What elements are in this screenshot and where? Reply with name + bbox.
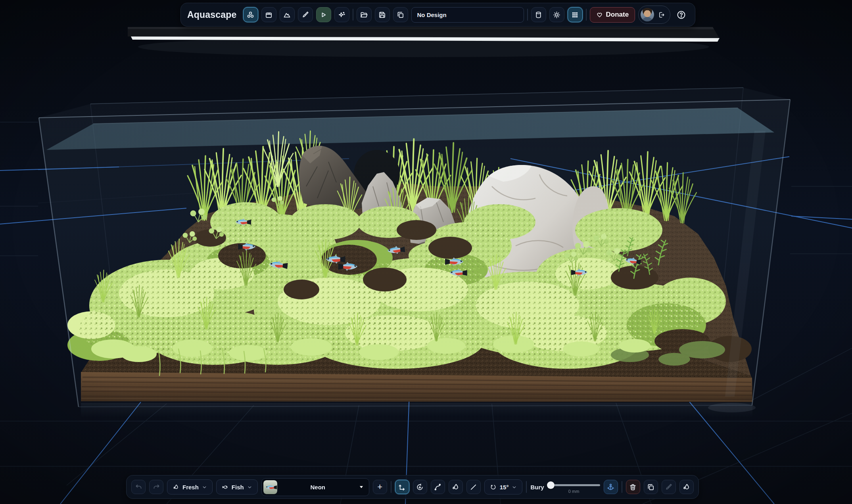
tank-icon — [265, 11, 273, 19]
bury-value: 0 mm — [548, 489, 600, 494]
undo-button[interactable] — [131, 480, 146, 494]
species-label: Neon — [280, 484, 355, 491]
design-name-value: No Design — [417, 11, 447, 18]
help-button[interactable] — [674, 7, 689, 22]
bury-label: Bury — [530, 484, 544, 491]
help-icon — [676, 10, 686, 20]
water-type-label: Fresh — [182, 484, 199, 491]
trash-icon — [629, 483, 637, 491]
angle-snap-dropdown[interactable]: 15° — [484, 479, 523, 494]
grid-view-button[interactable] — [568, 7, 583, 22]
sun-icon — [553, 11, 561, 19]
chevron-down-icon — [512, 485, 517, 490]
move-tool-button[interactable] — [395, 480, 409, 494]
copy-icon — [647, 483, 655, 491]
path-icon — [434, 483, 442, 491]
fish-icon — [222, 484, 228, 491]
toolbar-divider — [622, 481, 622, 493]
add-item-button[interactable]: + — [373, 480, 387, 494]
tool-plants-button[interactable] — [243, 7, 258, 22]
toolbar-divider — [527, 9, 528, 21]
toolbar-divider — [391, 481, 391, 493]
anchor-button[interactable] — [604, 480, 618, 494]
logout-icon — [658, 11, 665, 19]
water-type-dropdown[interactable]: Fresh — [167, 479, 213, 494]
design-name-field[interactable]: No Design — [411, 7, 524, 23]
tool-effects-button[interactable] — [334, 7, 349, 22]
duplicate-design-button[interactable] — [393, 7, 408, 22]
open-design-button[interactable] — [357, 7, 372, 22]
duplicate-object-button[interactable] — [644, 480, 658, 494]
redo-icon — [152, 483, 161, 491]
play-button[interactable] — [316, 7, 331, 22]
species-thumbnail — [263, 480, 277, 494]
paint-object-button[interactable] — [662, 480, 676, 494]
plants-icon — [246, 11, 255, 19]
anchor-icon — [606, 483, 615, 491]
droplet-icon — [451, 483, 460, 491]
toolbar-divider — [353, 9, 353, 21]
orbit-rotate-icon — [416, 483, 424, 491]
vignette — [0, 0, 852, 504]
bottom-toolbar: Fresh Fish — [126, 475, 699, 499]
sparkles-icon — [338, 11, 346, 19]
tank-view-button[interactable] — [531, 7, 546, 22]
save-design-button[interactable] — [375, 7, 390, 22]
save-icon — [378, 11, 386, 19]
undo-icon — [134, 483, 143, 491]
play-icon — [319, 11, 328, 19]
bury-slider-knob[interactable] — [547, 481, 555, 489]
angle-label: 15° — [500, 484, 509, 491]
account-menu[interactable] — [638, 6, 670, 24]
tool-terrain-button[interactable] — [280, 7, 295, 22]
droplet-icon — [173, 484, 179, 491]
brush-icon — [664, 483, 673, 491]
light-view-button[interactable] — [549, 7, 564, 22]
path-tool-button[interactable] — [431, 480, 445, 494]
donate-label: Donate — [606, 11, 629, 19]
species-select[interactable]: Neon — [261, 478, 369, 496]
tool-tank-button[interactable] — [261, 7, 276, 22]
category-label: Fish — [232, 484, 244, 491]
caret-down-icon — [359, 484, 364, 490]
folder-open-icon — [360, 11, 368, 19]
tool-paint-button[interactable] — [298, 7, 313, 22]
category-dropdown[interactable]: Fish — [216, 479, 258, 494]
add-label: + — [377, 483, 382, 491]
app-title: Aquascape — [187, 10, 237, 20]
bury-slider[interactable]: 0 mm — [548, 479, 600, 495]
line-icon — [469, 483, 478, 491]
top-toolbar: Aquascape — [180, 3, 695, 27]
redo-button[interactable] — [149, 480, 163, 494]
heart-icon — [596, 11, 603, 18]
toolbar-divider — [526, 481, 527, 493]
drops-button[interactable] — [679, 480, 694, 494]
app-window: Aquascape — [0, 0, 852, 504]
rotate-icon — [490, 484, 497, 491]
line-tool-button[interactable] — [466, 480, 481, 494]
copy-icon — [396, 11, 405, 19]
delete-button[interactable] — [626, 480, 640, 494]
bury-slider-track[interactable] — [548, 484, 600, 486]
drop-tool-button[interactable] — [449, 480, 463, 494]
droplet-icon — [682, 483, 691, 491]
grid-icon — [571, 11, 579, 19]
toolbar-divider — [586, 9, 587, 21]
move-axes-icon — [398, 483, 406, 491]
cylinder-icon — [534, 11, 543, 19]
brush-icon — [301, 11, 309, 19]
mountain-icon — [283, 11, 291, 19]
chevron-down-icon — [202, 485, 207, 490]
chevron-down-icon — [247, 485, 252, 490]
viewport-3d[interactable] — [0, 0, 852, 504]
user-avatar — [641, 8, 654, 21]
orbit-tool-button[interactable] — [413, 480, 427, 494]
donate-button[interactable]: Donate — [590, 7, 635, 23]
